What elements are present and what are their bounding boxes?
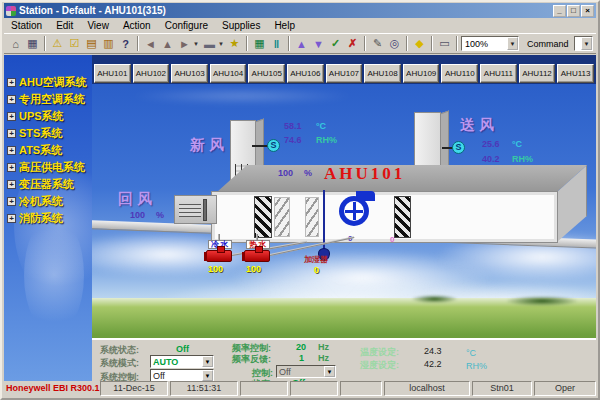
- menu-station[interactable]: Station: [4, 20, 49, 31]
- network-status-icon[interactable]: ▦: [251, 35, 268, 52]
- supply-air-sensor-icon: S: [452, 141, 465, 154]
- sidebar-item-ats[interactable]: +ATS系统: [7, 143, 62, 158]
- station-connect-icon[interactable]: ⌂: [7, 35, 24, 52]
- minimize-button[interactable]: _: [553, 5, 566, 17]
- sidebar-item-transformer[interactable]: +变压器系统: [7, 177, 74, 192]
- dropdown-arrow-icon[interactable]: ▼: [507, 37, 518, 50]
- tree-expand-icon[interactable]: +: [7, 112, 16, 121]
- menu-help[interactable]: Help: [267, 20, 302, 31]
- ahu-front-face: [212, 192, 557, 242]
- trend-icon[interactable]: ‖: [268, 35, 285, 52]
- page-up-icon[interactable]: ▲: [159, 35, 176, 52]
- system-mode-select[interactable]: AUTO ▼: [150, 355, 214, 368]
- title-bar: Station - Default - AHU101(315) _ □ ×: [4, 3, 596, 18]
- freq-feedback-label: 频率反馈:: [232, 353, 271, 366]
- alarm-page-icon[interactable]: ⚠: [49, 35, 66, 52]
- search-edit-icon[interactable]: ✎: [369, 35, 386, 52]
- toolbar-separator: [44, 36, 46, 51]
- chilled-water-valve-icon: [206, 250, 232, 262]
- tab-ahu107[interactable]: AHU107: [326, 64, 363, 83]
- tab-ahu109[interactable]: AHU109: [403, 64, 440, 83]
- tab-ahu106[interactable]: AHU106: [287, 64, 324, 83]
- brand-label: Honeywell EBI R300.1: [4, 381, 98, 396]
- page-back-icon[interactable]: ◄: [142, 35, 159, 52]
- reject-icon[interactable]: ✗: [344, 35, 361, 52]
- tab-ahu112[interactable]: AHU112: [519, 64, 556, 83]
- tab-ahu101[interactable]: AHU101: [94, 64, 131, 83]
- sidebar-item-ups[interactable]: +UPS系统: [7, 109, 64, 124]
- menu-configure[interactable]: Configure: [158, 20, 215, 31]
- control-select[interactable]: Off ▼: [276, 365, 336, 378]
- system-control-select[interactable]: Off ▼: [150, 369, 214, 381]
- tree-expand-icon[interactable]: +: [7, 146, 16, 155]
- dropdown-arrow-icon[interactable]: ▼: [202, 370, 213, 381]
- tab-ahu110[interactable]: AHU110: [441, 64, 478, 83]
- lower-icon[interactable]: ▼: [310, 35, 327, 52]
- point-detail-icon[interactable]: ▥: [100, 35, 117, 52]
- tree-expand-icon[interactable]: +: [7, 180, 16, 189]
- restore-button[interactable]: □: [567, 5, 580, 17]
- print-dropdown-icon[interactable]: ▼: [218, 41, 226, 47]
- system-state-value: Off: [176, 344, 189, 354]
- zoom-icon[interactable]: ◎: [386, 35, 403, 52]
- zoom-level-select[interactable]: 100% ▼: [461, 36, 519, 51]
- sidebar-item-hv-power[interactable]: +高压供电系统: [7, 160, 85, 175]
- dropdown-arrow-icon[interactable]: ▼: [324, 366, 335, 377]
- toolbar-separator: [431, 36, 433, 51]
- sidebar-item-chiller[interactable]: +冷机系统: [7, 194, 63, 209]
- toolbar-separator: [246, 36, 248, 51]
- close-button[interactable]: ×: [581, 5, 594, 17]
- dropdown-arrow-icon[interactable]: ▼: [202, 356, 213, 367]
- menu-bar: Station Edit View Action Configure Suppl…: [4, 19, 596, 32]
- tab-ahu103[interactable]: AHU103: [171, 64, 208, 83]
- control-value: Off: [277, 367, 324, 377]
- sidebar-item-fire[interactable]: +消防系统: [7, 211, 63, 226]
- tree-expand-icon[interactable]: +: [7, 78, 16, 87]
- tab-ahu105[interactable]: AHU105: [248, 64, 285, 83]
- toolbar-separator: [456, 36, 458, 51]
- filter-section: [394, 196, 411, 238]
- sidebar-item-ahu[interactable]: +AHU空调系统: [7, 75, 87, 90]
- menu-edit[interactable]: Edit: [49, 20, 80, 31]
- dropdown-arrow-icon[interactable]: ▼: [581, 37, 592, 50]
- tree-expand-icon[interactable]: +: [7, 129, 16, 138]
- heating-coil: [305, 197, 319, 237]
- tab-ahu104[interactable]: AHU104: [210, 64, 247, 83]
- toolbar-separator: [137, 36, 139, 51]
- sidebar-item-sts[interactable]: +STS系统: [7, 126, 62, 141]
- station-display-icon[interactable]: ▦: [24, 35, 41, 52]
- page-recall-icon[interactable]: ►: [176, 35, 193, 52]
- sidebar-tree: +AHU空调系统 +专用空调系统 +UPS系统 +STS系统 +ATS系统 +高…: [4, 55, 92, 381]
- tree-expand-icon[interactable]: +: [7, 163, 16, 172]
- tree-expand-icon[interactable]: +: [7, 95, 16, 104]
- filter-status-value: 0: [390, 235, 394, 244]
- tree-line: [412, 295, 457, 303]
- favorites-icon[interactable]: ★: [226, 35, 243, 52]
- raise-icon[interactable]: ▲: [293, 35, 310, 52]
- tab-ahu102[interactable]: AHU102: [133, 64, 170, 83]
- tab-ahu111[interactable]: AHU111: [480, 64, 517, 83]
- tab-ahu113[interactable]: AHU113: [557, 64, 594, 83]
- message-summary-icon[interactable]: ▤: [83, 35, 100, 52]
- menu-action[interactable]: Action: [116, 20, 158, 31]
- supply-air-rh: 40.2: [482, 154, 500, 164]
- help-page-icon[interactable]: ?: [117, 35, 134, 52]
- freq-feedback-unit: Hz: [318, 353, 329, 363]
- empty-cell: [340, 381, 382, 396]
- accept-icon[interactable]: ✓: [327, 35, 344, 52]
- alarm-ack-icon[interactable]: ☑: [66, 35, 83, 52]
- pan-icon[interactable]: ◆: [411, 35, 428, 52]
- print-icon[interactable]: ▬: [201, 35, 218, 52]
- menu-supplies[interactable]: Supplies: [215, 20, 267, 31]
- hot-water-value: 100: [246, 264, 261, 274]
- page-recall-dropdown-icon[interactable]: ▼: [193, 41, 201, 47]
- tab-ahu108[interactable]: AHU108: [364, 64, 401, 83]
- supply-air-temp-unit: °C: [512, 139, 522, 149]
- tree-expand-icon[interactable]: +: [7, 197, 16, 206]
- viewport-icon[interactable]: ▭: [436, 35, 453, 52]
- command-input[interactable]: ▼: [574, 36, 593, 51]
- menu-view[interactable]: View: [80, 20, 116, 31]
- rh-setpoint-unit: RH%: [466, 361, 487, 371]
- tree-expand-icon[interactable]: +: [7, 214, 16, 223]
- sidebar-item-special-ac[interactable]: +专用空调系统: [7, 92, 85, 107]
